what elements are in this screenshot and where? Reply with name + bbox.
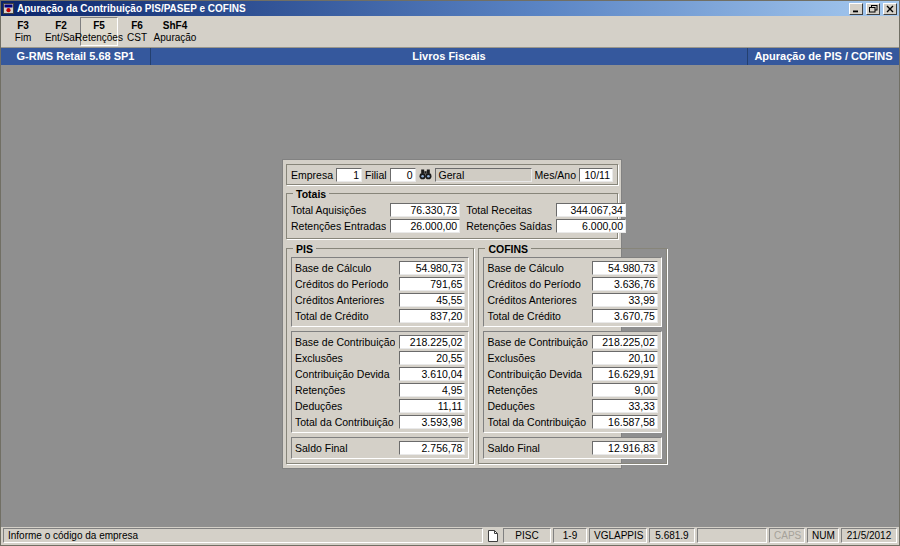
field-label: Deduções [487,400,587,412]
field-value-input[interactable]: 16.629,91 [592,367,658,381]
pis-credits-panel: Base de Cálculo54.980,73Créditos do Perí… [291,257,469,327]
status-bar: Informe o código da empresa PISC 1-9 VGL… [1,527,899,545]
client-area: Empresa 1 Filial 0 Geral Mes/ [1,65,899,527]
pis-contribution-panel: Base de Contribuição218.225,02Exclusões2… [291,331,469,433]
field-row: Contribuição Devida16.629,91 [487,366,657,382]
field-value-input[interactable]: 11,11 [399,399,465,413]
field-row: Créditos Anteriores33,99 [487,292,657,308]
lookup-binoculars-icon[interactable] [419,169,432,180]
status-num-indicator: NUM [807,528,839,543]
field-label: Exclusões [487,352,587,364]
field-label: Exclusões [295,352,395,364]
field-row: Total Receitas344.067,34 [466,202,626,218]
field-row: Contribuição Devida3.610,04 [295,366,465,382]
field-value-input[interactable]: 20,10 [592,351,658,365]
status-version: 5.681.9 [649,528,695,543]
field-row: Base de Contribuição218.225,02 [295,334,465,350]
field-value-input[interactable]: 2.756,78 [399,441,465,455]
field-value-input[interactable]: 26.000,00 [390,219,460,233]
field-label: Créditos Anteriores [487,294,587,306]
pis-saldo-panel: Saldo Final2.756,78 [291,437,469,459]
field-row: Deduções11,11 [295,398,465,414]
field-label: Créditos Anteriores [295,294,395,306]
field-value-input[interactable]: 4,95 [399,383,465,397]
field-value-input[interactable]: 12.916,83 [592,441,658,455]
toolbar-key-label: F2 [55,20,67,32]
field-value-input[interactable]: 344.067,34 [556,203,626,217]
cofins-group: COFINS Base de Cálculo54.980,73Créditos … [478,248,666,464]
field-row: Créditos do Período3.636,76 [487,276,657,292]
field-row: Créditos Anteriores45,55 [295,292,465,308]
field-label: Retenções Saídas [466,220,552,232]
field-label: Total Receitas [466,204,552,216]
field-value-input[interactable]: 3.636,76 [592,277,658,291]
document-icon[interactable] [485,528,501,543]
field-row: Retenções Saídas6.000,00 [466,218,626,234]
status-screen-code: PISC [503,528,551,543]
field-value-input[interactable]: 791,65 [399,277,465,291]
window-title: Apuração da Contribuição PIS/PASEP e COF… [17,2,846,15]
field-label: Total Aquisições [291,204,386,216]
field-value-input[interactable]: 76.330,73 [390,203,460,217]
filial-input[interactable]: 0 [390,168,416,182]
field-label: Saldo Final [487,442,587,454]
field-value-input[interactable]: 54.980,73 [592,261,658,275]
cofins-credits-panel: Base de Cálculo54.980,73Créditos do Perí… [483,257,661,327]
cofins-contribution-panel: Base de Contribuição218.225,02Exclusões2… [483,331,661,433]
field-row: Base de Contribuição218.225,02 [487,334,657,350]
toolbar-key-label: F3 [17,20,29,32]
toolbar-button-retencoes[interactable]: F5 Retenções [80,17,118,46]
restore-button[interactable] [866,3,880,15]
status-message: Informe o código da empresa [3,528,483,543]
mesano-label: Mes/Ano [535,169,576,181]
toolbar-button-apuracao[interactable]: ShF4 Apuração [156,17,194,46]
empresa-input[interactable]: 1 [336,168,362,182]
toolbar-action-label: Ent/Sai [45,32,77,44]
field-value-input[interactable]: 3.610,04 [399,367,465,381]
field-row: Retenções9,00 [487,382,657,398]
minimize-button[interactable] [849,3,863,15]
field-label: Base de Cálculo [295,262,395,274]
field-label: Total da Contribuição [487,416,587,428]
field-label: Saldo Final [295,442,395,454]
field-value-input[interactable]: 33,33 [592,399,658,413]
field-label: Contribuição Devida [487,368,587,380]
field-value-input[interactable]: 16.587,58 [592,415,658,429]
field-label: Total de Crédito [487,310,587,322]
field-value-input[interactable]: 3.670,75 [592,309,658,323]
pis-title: PIS [293,243,316,255]
toolbar-action-label: Fim [15,32,32,44]
field-value-input[interactable]: 837,20 [399,309,465,323]
field-value-input[interactable]: 3.593,98 [399,415,465,429]
status-record-range: 1-9 [553,528,587,543]
field-value-input[interactable]: 45,55 [399,293,465,307]
totais-right-column: Total Receitas344.067,34Retenções Saídas… [466,202,626,234]
company-row: Empresa 1 Filial 0 Geral Mes/ [286,164,618,185]
header-screen-title: Apuração de PIS / COFINS [747,48,899,65]
field-label: Créditos do Período [295,278,395,290]
field-value-input[interactable]: 218.225,02 [399,335,465,349]
field-value-input[interactable]: 20,55 [399,351,465,365]
close-button[interactable] [883,3,897,15]
field-row: Base de Cálculo54.980,73 [295,260,465,276]
field-value-input[interactable]: 9,00 [592,383,658,397]
field-row: Exclusões20,10 [487,350,657,366]
field-value-input[interactable]: 33,99 [592,293,658,307]
field-value-input[interactable]: 218.225,02 [592,335,658,349]
field-row: Total Aquisições76.330,73 [291,202,460,218]
field-row: Total de Crédito3.670,75 [487,308,657,324]
field-row: Saldo Final2.756,78 [295,440,465,456]
field-row: Saldo Final12.916,83 [487,440,657,456]
field-row: Créditos do Período791,65 [295,276,465,292]
app-window: Apuração da Contribuição PIS/PASEP e COF… [0,0,900,546]
toolbar-button-fim[interactable]: F3 Fim [4,17,42,46]
field-value-input[interactable]: 54.980,73 [399,261,465,275]
mesano-input[interactable]: 10/11 [579,168,613,182]
field-row: Total da Contribuição3.593,98 [295,414,465,430]
toolbar-button-cst[interactable]: F6 CST [118,17,156,46]
toolbar-action-label: Apuração [154,32,197,44]
field-value-input[interactable]: 6.000,00 [556,219,626,233]
totais-title: Totais [293,188,329,200]
field-label: Retenções [487,384,587,396]
toolbar-key-label: F5 [93,20,105,32]
